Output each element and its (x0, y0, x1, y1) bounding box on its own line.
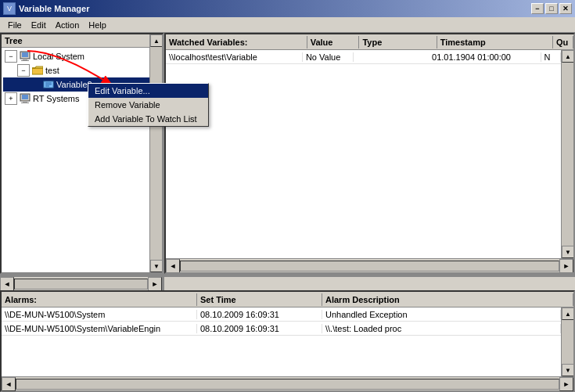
menu-edit[interactable]: Edit (27, 19, 51, 31)
watched-rows-container: \\localhost\test\Variable No Value 01.01… (166, 50, 561, 258)
alarm-cell-path-1: \\DE-MUN-W5100\System\VariableEngin (2, 324, 197, 333)
tree-expander-rtsystems[interactable]: + (5, 92, 17, 105)
minimize-button[interactable]: − (531, 3, 544, 14)
watched-cell-qu-0: N (541, 52, 562, 62)
menu-bar: File Edit Action Help (0, 17, 575, 33)
alarms-vscroll-down[interactable]: ▼ (562, 364, 573, 376)
tree-label-local: Local System (33, 52, 84, 61)
menu-help[interactable]: Help (84, 19, 111, 31)
watched-hscroll-right[interactable]: ► (559, 259, 573, 273)
alarms-header-row: Alarms: Set Time Alarm Description (2, 292, 573, 307)
tree-expander-local[interactable]: − (5, 50, 17, 63)
watched-vscroll-track[interactable] (562, 63, 573, 246)
col-header-alarms: Alarms: (2, 293, 197, 306)
tree-vscroll-up[interactable]: ▲ (150, 34, 163, 47)
alarms-vscroll-track[interactable] (562, 320, 573, 364)
alarm-cell-desc-1: \\.\test: Loaded proc (322, 324, 561, 333)
computer-icon (19, 50, 31, 63)
menu-file[interactable]: File (3, 19, 27, 31)
watched-hscroll-left[interactable]: ◄ (166, 259, 180, 273)
top-pane: Tree − Local System (0, 33, 575, 276)
tree-label-variable2: Variable2 (56, 80, 92, 89)
tree-vscroll-down[interactable]: ▼ (150, 260, 163, 272)
folder-icon-test (31, 64, 44, 77)
alarms-content-area: \\DE-MUN-W5100\System 08.10.2009 16:09:3… (2, 307, 573, 376)
close-button[interactable]: ✕ (559, 3, 572, 14)
context-menu-add-to-watch[interactable]: Add Variable To Watch List (88, 112, 208, 126)
tree-header: Tree (2, 34, 162, 48)
col-header-desc: Alarm Description (322, 293, 573, 306)
watched-cell-timestamp-0: 01.01.1904 01:00:00 (429, 52, 541, 62)
svg-rect-2 (23, 59, 27, 60)
main-container: Tree − Local System (0, 33, 575, 392)
alarms-hscroll-left[interactable]: ◄ (2, 377, 16, 391)
watched-header-row: Watched Variables: Value Type Timestamp … (166, 34, 573, 50)
col-header-type: Type (359, 36, 437, 49)
col-header-qu: Qu (553, 36, 573, 49)
svg-rect-12 (23, 101, 27, 102)
context-menu: Edit Variable... Remove Variable Add Var… (88, 83, 209, 127)
svg-rect-3 (21, 60, 29, 61)
col-header-value: Value (307, 36, 360, 49)
window-controls: − □ ✕ (531, 3, 572, 14)
alarm-cell-desc-0: Unhandled Exception (322, 310, 561, 319)
col-header-settime: Set Time (197, 293, 322, 306)
col-header-timestamp: Timestamp (437, 36, 553, 49)
watched-cell-value-0: No Value (303, 52, 354, 62)
alarms-rows-container: \\DE-MUN-W5100\System 08.10.2009 16:09:3… (2, 307, 561, 376)
maximize-button[interactable]: □ (545, 3, 558, 14)
alarm-row-0[interactable]: \\DE-MUN-W5100\System 08.10.2009 16:09:3… (2, 307, 561, 322)
svg-rect-13 (21, 102, 29, 103)
watched-vscroll[interactable]: ▲ ▼ (561, 50, 573, 258)
tree-hscroll-track[interactable] (14, 279, 148, 290)
alarms-hscroll-track[interactable] (16, 379, 559, 390)
tree-label-rtsystems: RT Systems (33, 94, 80, 103)
watched-vscroll-up[interactable]: ▲ (562, 50, 573, 63)
tree-panel: Tree − Local System (0, 33, 164, 274)
watched-hscroll-track[interactable] (180, 261, 559, 272)
alarms-panel: Alarms: Set Time Alarm Description \\DE-… (0, 290, 575, 392)
svg-rect-4 (32, 68, 43, 74)
tree-vscroll[interactable]: ▲ ▼ (149, 34, 162, 272)
menu-action[interactable]: Action (51, 19, 84, 31)
watched-vscroll-down[interactable]: ▼ (562, 246, 573, 258)
tree-node-local[interactable]: − Local System (3, 49, 160, 63)
alarms-vscroll-up[interactable]: ▲ (562, 307, 573, 320)
tree-hscroll-right[interactable]: ► (148, 277, 162, 291)
tree-hscroll-area[interactable]: ◄ ► (0, 276, 575, 290)
context-menu-edit-variable[interactable]: Edit Variable... (88, 84, 208, 98)
watched-row-0[interactable]: \\localhost\test\Variable No Value 01.01… (166, 50, 561, 64)
alarms-vscroll[interactable]: ▲ ▼ (561, 307, 573, 376)
tree-expander-test[interactable]: − (17, 64, 30, 77)
svg-rect-1 (22, 52, 28, 57)
col-header-watched: Watched Variables: (166, 36, 307, 49)
alarm-cell-settime-1: 08.10.2009 16:09:31 (197, 324, 322, 333)
watched-panel: Watched Variables: Value Type Timestamp … (164, 33, 575, 274)
tree-node-test[interactable]: − test (3, 63, 160, 77)
variable-icon (42, 78, 55, 91)
svg-rect-11 (22, 95, 28, 99)
alarms-hscroll-right[interactable]: ► (559, 377, 573, 391)
watched-content-area: \\localhost\test\Variable No Value 01.01… (166, 50, 573, 258)
watched-cell-path-0: \\localhost\test\Variable (166, 52, 303, 62)
tree-hscroll-left[interactable]: ◄ (0, 277, 14, 291)
tree-label-test: test (45, 66, 59, 75)
alarm-row-1[interactable]: \\DE-MUN-W5100\System\VariableEngin 08.1… (2, 322, 561, 336)
alarm-cell-path-0: \\DE-MUN-W5100\System (2, 310, 197, 319)
computer-icon-rt (19, 92, 31, 105)
context-menu-remove-variable[interactable]: Remove Variable (88, 98, 208, 112)
app-title: Variable Manager (19, 4, 90, 13)
svg-marker-5 (32, 67, 43, 68)
alarm-cell-settime-0: 08.10.2009 16:09:31 (197, 310, 322, 319)
tree-vscroll-track[interactable] (150, 47, 162, 260)
app-icon: V (3, 2, 16, 15)
alarms-hscroll[interactable]: ◄ ► (2, 376, 573, 390)
watched-hscroll[interactable]: ◄ ► (166, 258, 573, 272)
title-bar: V Variable Manager − □ ✕ (0, 0, 575, 17)
